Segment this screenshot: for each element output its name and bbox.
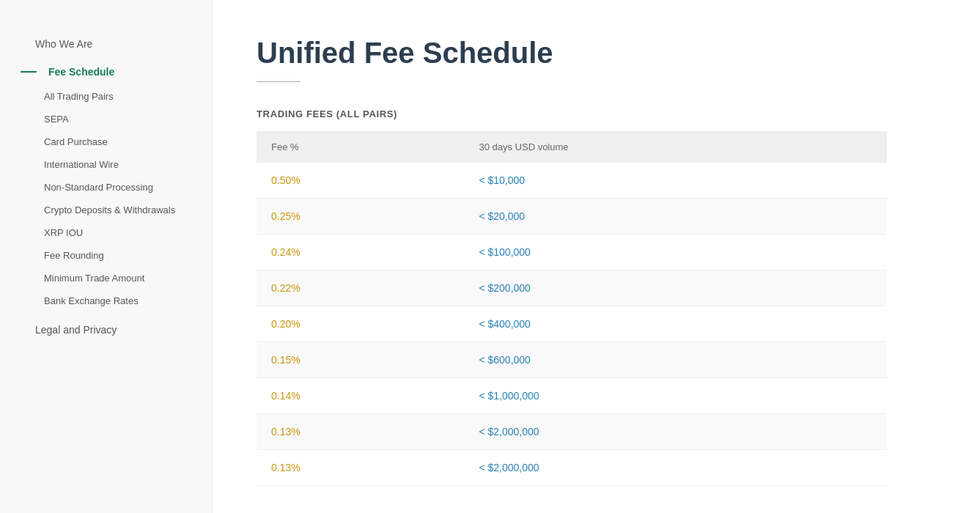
fee-cell: 0.22% bbox=[257, 270, 464, 306]
volume-cell: < $20,000 bbox=[464, 199, 887, 235]
sidebar-item-who-we-are[interactable]: Who We Are bbox=[0, 29, 212, 59]
fee-cell: 0.20% bbox=[257, 306, 464, 342]
volume-cell: < $100,000 bbox=[464, 235, 887, 270]
fee-cell: 0.24% bbox=[257, 235, 464, 270]
table-row: 0.15%< $600,000 bbox=[257, 342, 887, 378]
sidebar-item-fee-schedule[interactable]: Fee Schedule bbox=[0, 59, 212, 85]
fee-cell: 0.25% bbox=[257, 199, 464, 235]
volume-cell: < $2,000,000 bbox=[464, 414, 887, 450]
table-header: Fee % 30 days USD volume bbox=[257, 131, 887, 163]
sidebar: Who We Are Fee Schedule All Trading Pair… bbox=[0, 0, 213, 513]
sidebar-sub-item-xrp-iou[interactable]: XRP IOU bbox=[0, 221, 212, 244]
sidebar-sub-item-all-trading-pairs[interactable]: All Trading Pairs bbox=[0, 85, 212, 108]
page-title: Unified Fee Schedule bbox=[257, 37, 936, 70]
sidebar-active-section-label: Fee Schedule bbox=[48, 66, 114, 78]
fee-cell: 0.50% bbox=[257, 163, 464, 199]
fee-cell: 0.13% bbox=[257, 414, 464, 450]
col-fee-header: Fee % bbox=[257, 131, 464, 163]
sidebar-item-legal-and-privacy[interactable]: Legal and Privacy bbox=[0, 315, 212, 344]
sidebar-sub-item-bank-exchange-rates[interactable]: Bank Exchange Rates bbox=[0, 289, 212, 312]
volume-cell: < $400,000 bbox=[464, 306, 887, 342]
sidebar-sub-item-crypto-deposits-withdrawals[interactable]: Crypto Deposits & Withdrawals bbox=[0, 199, 212, 221]
col-volume-header: 30 days USD volume bbox=[464, 131, 887, 163]
sidebar-sub-item-international-wire[interactable]: International Wire bbox=[0, 153, 212, 176]
table-row: 0.50%< $10,000 bbox=[257, 163, 887, 199]
table-row: 0.14%< $1,000,000 bbox=[257, 378, 887, 414]
sidebar-sub-item-card-purchase[interactable]: Card Purchase bbox=[0, 130, 212, 153]
active-indicator bbox=[21, 71, 37, 73]
sidebar-sub-item-fee-rounding[interactable]: Fee Rounding bbox=[0, 244, 212, 267]
table-row: 0.24%< $100,000 bbox=[257, 235, 887, 270]
volume-cell: < $2,000,000 bbox=[464, 450, 887, 486]
volume-cell: < $10,000 bbox=[464, 163, 887, 199]
sidebar-sub-item-sepa[interactable]: SEPA bbox=[0, 108, 212, 130]
volume-cell: < $600,000 bbox=[464, 342, 887, 378]
sidebar-sub-item-minimum-trade-amount[interactable]: Minimum Trade Amount bbox=[0, 267, 212, 289]
trading-fees-heading: TRADING FEES (ALL PAIRS) bbox=[257, 108, 936, 119]
volume-cell: < $1,000,000 bbox=[464, 378, 887, 414]
fee-cell: 0.13% bbox=[257, 450, 464, 486]
main-content: Unified Fee Schedule TRADING FEES (ALL P… bbox=[213, 0, 980, 513]
table-row: 0.13%< $2,000,000 bbox=[257, 414, 887, 450]
table-body: 0.50%< $10,0000.25%< $20,0000.24%< $100,… bbox=[257, 163, 887, 486]
title-divider bbox=[257, 81, 301, 82]
fee-cell: 0.14% bbox=[257, 378, 464, 414]
sidebar-sub-item-non-standard-processing[interactable]: Non-Standard Processing bbox=[0, 176, 212, 199]
table-row: 0.22%< $200,000 bbox=[257, 270, 887, 306]
table-row: 0.20%< $400,000 bbox=[257, 306, 887, 342]
fee-table: Fee % 30 days USD volume 0.50%< $10,0000… bbox=[257, 131, 887, 486]
table-row: 0.13%< $2,000,000 bbox=[257, 450, 887, 486]
table-row: 0.25%< $20,000 bbox=[257, 199, 887, 235]
volume-cell: < $200,000 bbox=[464, 270, 887, 306]
fee-cell: 0.15% bbox=[257, 342, 464, 378]
